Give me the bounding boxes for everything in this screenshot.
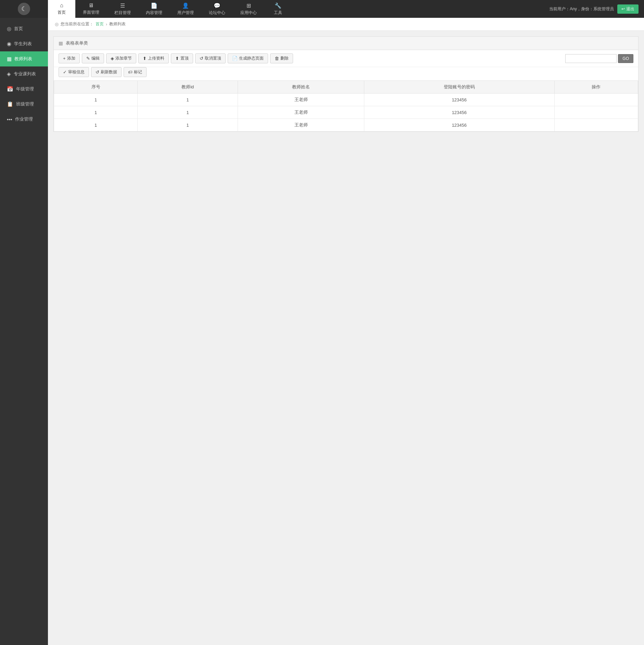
btn-label-cancel-top: 取消置顶	[205, 55, 221, 61]
cell-seq: 1	[54, 106, 138, 119]
nav-icon-campus: 🖥	[88, 2, 94, 9]
sidebar-label-class: 班级管理	[16, 101, 34, 107]
cell-seq: 1	[54, 119, 138, 132]
cell-name: 王老师	[238, 106, 364, 119]
nav-items: ⌂首页🖥界面管理☰栏目管理📄内容管理👤用户管理💬论坛中心⊞应用中心🔧工具	[48, 0, 292, 18]
btn-cancel-top[interactable]: ↺取消置顶	[195, 53, 226, 63]
search-area: GO	[565, 54, 633, 63]
btn-icon-restore: ⬆	[175, 56, 179, 61]
go-button[interactable]: GO	[618, 54, 633, 63]
toolbar-buttons-row2: ✓审核信息↺刷新数据🏷标记	[59, 67, 147, 77]
btn-delete[interactable]: 🗑删除	[270, 53, 293, 63]
btn-icon-cancel-top: ↺	[200, 56, 203, 61]
breadcrumb-separator: ›	[106, 22, 107, 27]
btn-audit[interactable]: ✓审核信息	[59, 67, 89, 77]
cell-seq: 1	[54, 94, 138, 106]
btn-refresh[interactable]: ↺刷新数据	[91, 67, 122, 77]
btn-label-edit: 编辑	[91, 55, 100, 61]
cell-action	[554, 119, 638, 132]
btn-icon-add: +	[63, 56, 66, 61]
app-logo: ☾	[0, 0, 48, 18]
nav-item-campus[interactable]: 🖥界面管理	[75, 0, 107, 18]
btn-label-gen-static: 生成静态页面	[239, 55, 264, 61]
sidebar-item-homework[interactable]: •••作业管理	[0, 112, 48, 127]
nav-icon-column: ☰	[120, 2, 125, 9]
btn-label-add: 添加	[67, 55, 75, 61]
search-input[interactable]	[565, 54, 617, 63]
nav-item-user[interactable]: 👤用户管理	[170, 0, 201, 18]
btn-label-refresh: 刷新数据	[101, 69, 117, 75]
btn-label-delete: 删除	[280, 55, 289, 61]
btn-add-chapter[interactable]: ◈添加章节	[106, 53, 136, 63]
btn-label-add-chapter: 添加章节	[115, 55, 132, 61]
sidebar-icon-class: 📋	[7, 101, 13, 107]
nav-item-forum[interactable]: 💬论坛中心	[201, 0, 233, 18]
nav-icon-content: 📄	[151, 2, 157, 9]
sidebar-label-home: 首页	[14, 26, 23, 32]
logout-label: 退出	[626, 6, 634, 12]
table-column-header: 操作	[554, 81, 638, 94]
nav-label-app: 应用中心	[240, 10, 257, 16]
btn-icon-add-chapter: ◈	[111, 56, 114, 61]
data-table: 序号教师id教师姓名登陆账号的密码操作 11王老师12345611王老师1234…	[54, 80, 638, 132]
sidebar-label-grade: 年级管理	[16, 86, 34, 92]
toolbar-buttons-row1: +添加✎编辑◈添加章节⬆上传资料⬆置顶↺取消置顶📄生成静态页面🗑删除	[59, 53, 293, 63]
nav-icon-tool: 🔧	[275, 2, 281, 9]
nav-item-content[interactable]: 📄内容管理	[138, 0, 170, 18]
table-column-header: 登陆账号的密码	[364, 81, 554, 94]
cell-action	[554, 94, 638, 106]
nav-label-forum: 论坛中心	[209, 10, 225, 16]
logo-icon: ☾	[18, 3, 30, 15]
table-section: ▦ 表格表单类 +添加✎编辑◈添加章节⬆上传资料⬆置顶↺取消置顶📄生成静态页面🗑…	[53, 36, 639, 132]
sidebar-menu: ◎首页◉学生列表▦教师列表◈专业课列表📅年级管理📋班级管理•••作业管理	[0, 21, 48, 127]
nav-icon-home: ⌂	[60, 2, 63, 9]
breadcrumb-icon: ◎	[55, 22, 59, 27]
nav-item-column[interactable]: ☰栏目管理	[107, 0, 138, 18]
btn-icon-tag: 🏷	[128, 70, 132, 75]
cell-action	[554, 106, 638, 119]
content-area: ◎ 您当前所在位置： 首页 › 教师列表 ▦ 表格表单类 +添加✎编辑◈添加章节…	[48, 18, 644, 645]
table-header-icon: ▦	[59, 40, 63, 46]
logout-button[interactable]: ↩ 退出	[617, 4, 639, 14]
btn-upload[interactable]: ⬆上传资料	[138, 53, 169, 63]
cell-password: 123456	[364, 94, 554, 106]
sidebar-item-student[interactable]: ◉学生列表	[0, 36, 48, 51]
sidebar-icon-teacher: ▦	[7, 56, 12, 62]
btn-tag[interactable]: 🏷标记	[124, 67, 147, 77]
btn-icon-upload: ⬆	[143, 56, 147, 61]
nav-item-app[interactable]: ⊞应用中心	[233, 0, 264, 18]
breadcrumb-prefix: 您当前所在位置：	[61, 21, 93, 27]
top-navigation: ☾ ⌂首页🖥界面管理☰栏目管理📄内容管理👤用户管理💬论坛中心⊞应用中心🔧工具 当…	[0, 0, 644, 18]
nav-icon-forum: 💬	[214, 2, 220, 9]
btn-edit[interactable]: ✎编辑	[82, 53, 104, 63]
sidebar-item-class[interactable]: 📋班级管理	[0, 97, 48, 112]
sidebar-item-course[interactable]: ◈专业课列表	[0, 66, 48, 82]
sidebar-icon-student: ◉	[7, 41, 11, 47]
sidebar-label-teacher: 教师列表	[14, 56, 32, 62]
btn-gen-static[interactable]: 📄生成静态页面	[228, 53, 268, 63]
cell-password: 123456	[364, 119, 554, 132]
btn-icon-edit: ✎	[86, 56, 90, 61]
sidebar-icon-grade: 📅	[7, 86, 13, 92]
breadcrumb-home[interactable]: 首页	[96, 21, 104, 27]
sidebar-item-home[interactable]: ◎首页	[0, 21, 48, 36]
nav-item-tool[interactable]: 🔧工具	[264, 0, 292, 18]
toolbar-row1: +添加✎编辑◈添加章节⬆上传资料⬆置顶↺取消置顶📄生成静态页面🗑删除 GO	[54, 50, 638, 67]
btn-restore[interactable]: ⬆置顶	[171, 53, 193, 63]
sidebar-label-course: 专业课列表	[14, 71, 36, 77]
btn-label-audit: 审核信息	[68, 69, 85, 75]
nav-label-campus: 界面管理	[83, 10, 99, 15]
nav-item-home[interactable]: ⌂首页	[48, 0, 75, 18]
toolbar-row2: ✓审核信息↺刷新数据🏷标记	[54, 67, 638, 80]
logout-icon: ↩	[621, 7, 625, 11]
breadcrumb-current: 教师列表	[109, 21, 126, 27]
btn-add[interactable]: +添加	[59, 53, 80, 63]
table-column-header: 序号	[54, 81, 138, 94]
btn-icon-audit: ✓	[63, 70, 67, 75]
user-info: 当前用户：Any，身份：系统管理员	[549, 6, 614, 12]
sidebar-label-student: 学生列表	[14, 41, 32, 47]
sidebar-item-teacher[interactable]: ▦教师列表	[0, 51, 48, 66]
sidebar-icon-homework: •••	[7, 116, 12, 122]
sidebar: ◎首页◉学生列表▦教师列表◈专业课列表📅年级管理📋班级管理•••作业管理	[0, 18, 48, 645]
sidebar-item-grade[interactable]: 📅年级管理	[0, 82, 48, 97]
